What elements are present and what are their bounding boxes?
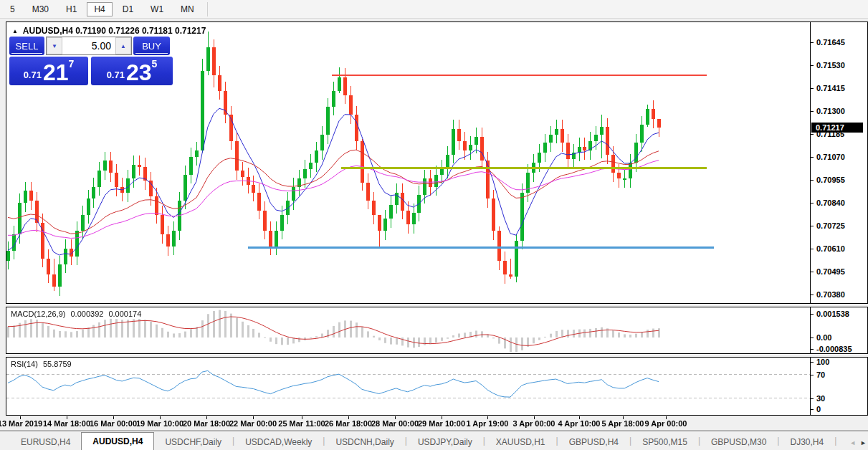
price-tick-mark bbox=[811, 65, 814, 66]
price-axis[interactable]: 0.716450.715300.714150.713000.711850.710… bbox=[810, 22, 867, 303]
spinner-up-icon: ▲ bbox=[120, 43, 126, 49]
chart-tab-audusd-h4[interactable]: AUDUSD,H4 bbox=[81, 432, 154, 450]
price-tick-label: 0.71645 bbox=[816, 38, 845, 47]
price-tick-mark bbox=[811, 157, 814, 158]
time-axis-label: 14 Mar 18:00 bbox=[43, 419, 90, 428]
price-chart-panel: ▲ AUDUSD,H4 0.71190 0.71226 0.71181 0.71… bbox=[6, 21, 868, 304]
macd-tick-label: -0.000835 bbox=[816, 345, 852, 353]
price-tick-mark bbox=[811, 111, 814, 112]
rsi-axis: 10070300 bbox=[810, 358, 867, 415]
sell-button[interactable]: SELL bbox=[9, 37, 44, 55]
timeframe-button-h4[interactable]: H4 bbox=[87, 2, 112, 16]
rsi-tick-mark bbox=[811, 409, 814, 410]
time-axis-label: 13 Mar 2019 bbox=[0, 419, 42, 428]
collapse-arrow-icon[interactable]: ▲ bbox=[12, 28, 18, 34]
macd-tick-mark bbox=[811, 314, 814, 315]
buy-price-pipette: 5 bbox=[152, 58, 158, 70]
timeframe-button-5[interactable]: 5 bbox=[3, 2, 22, 16]
chart-symbol-label: AUDUSD,H4 bbox=[23, 26, 73, 36]
rsi-tick-label: 30 bbox=[816, 394, 825, 403]
rsi-label: RSI(14) 55.8759 bbox=[11, 360, 75, 368]
price-tick-label: 0.71415 bbox=[816, 84, 845, 92]
time-axis-label: 3 Apr 00:00 bbox=[513, 419, 555, 428]
chart-tab-tech100-h1[interactable]: TECH100,H1 bbox=[836, 434, 846, 450]
sell-price-big: 21 bbox=[43, 62, 69, 83]
chart-tab-usdjpy-daily[interactable]: USDJPY,Daily bbox=[407, 434, 483, 450]
time-axis-label: 5 Apr 18:00 bbox=[602, 419, 644, 428]
price-tick-mark bbox=[811, 42, 814, 43]
macd-tick-mark bbox=[811, 338, 814, 338]
rsi-tick-mark bbox=[811, 362, 814, 363]
current-price-badge: 0.71217 bbox=[811, 123, 863, 133]
chart-tab-gbpusd-h4[interactable]: GBPUSD,H4 bbox=[558, 434, 629, 450]
macd-label: MACD(12,26,9) 0.000392 0.000174 bbox=[11, 310, 144, 318]
price-tick-label: 0.71070 bbox=[816, 153, 845, 161]
macd-signal-value: 0.000174 bbox=[108, 310, 141, 318]
chart-tab-usdcnh-daily[interactable]: USDCNH,Daily bbox=[325, 434, 404, 450]
macd-name: MACD(12,26,9) bbox=[11, 310, 65, 318]
time-axis-label: 4 Apr 10:00 bbox=[558, 419, 601, 428]
sell-price-button[interactable]: 0.71 21 7 bbox=[9, 57, 88, 85]
chart-tabs: EURUSD,H4AUDUSD,H4USDCHF,Daily|USDCAD,We… bbox=[0, 431, 846, 450]
macd-main-value: 0.000392 bbox=[70, 310, 103, 318]
volume-input[interactable] bbox=[62, 37, 115, 54]
timeframe-button-mn[interactable]: MN bbox=[173, 2, 201, 16]
price-tick-label: 0.71300 bbox=[816, 107, 845, 115]
price-tick-mark bbox=[811, 295, 814, 295]
chart-tab-usdchf-daily[interactable]: USDCHF,Daily bbox=[154, 434, 232, 450]
chart-tab-usdcad-weekly[interactable]: USDCAD,Weekly bbox=[234, 434, 323, 450]
chart-tab-eurusd-h4[interactable]: EURUSD,H4 bbox=[10, 434, 81, 450]
rsi-tick-mark bbox=[811, 398, 814, 399]
macd-tick-mark bbox=[811, 349, 814, 350]
chart-tab-gbpusd-m30[interactable]: GBPUSD,M30 bbox=[700, 434, 777, 450]
timeframe-toolbar: 5M30H1H4D1W1MN bbox=[0, 0, 868, 19]
buy-price-prefix: 0.71 bbox=[107, 70, 125, 80]
time-axis-label: 29 Mar 10:00 bbox=[418, 419, 465, 428]
buy-button[interactable]: BUY bbox=[133, 37, 170, 55]
rsi-canvas[interactable] bbox=[6, 358, 811, 415]
price-tick-label: 0.70610 bbox=[816, 244, 845, 253]
chart-header: ▲ AUDUSD,H4 0.71190 0.71226 0.71181 0.71… bbox=[12, 26, 206, 36]
buy-price-button[interactable]: 0.71 23 5 bbox=[91, 57, 173, 85]
price-tick-mark bbox=[811, 134, 814, 135]
time-axis-label: 22 Mar 00:00 bbox=[229, 419, 277, 428]
macd-tick-label: 0.00 bbox=[816, 333, 831, 342]
price-tick-mark bbox=[811, 88, 814, 89]
chart-tab-bar: EURUSD,H4AUDUSD,H4USDCHF,Daily|USDCAD,We… bbox=[0, 431, 868, 450]
tabs-scroll-right-icon[interactable]: ► bbox=[860, 439, 867, 446]
volume-box: ▼ ▲ bbox=[46, 37, 132, 55]
tabs-scroll-left-icon[interactable]: ◄ bbox=[849, 439, 856, 446]
timeframe-button-m30[interactable]: M30 bbox=[25, 2, 56, 16]
price-tick-mark bbox=[811, 180, 814, 181]
volume-decrease-button[interactable]: ▼ bbox=[47, 37, 62, 54]
price-tick-label: 0.70955 bbox=[816, 176, 845, 184]
sell-price-prefix: 0.71 bbox=[24, 70, 42, 80]
chart-tab-sp500-m15[interactable]: SP500,M15 bbox=[631, 434, 698, 450]
rsi-tick-label: 100 bbox=[816, 358, 829, 366]
time-axis-label: 20 Mar 18:00 bbox=[183, 419, 230, 428]
macd-panel: MACD(12,26,9) 0.000392 0.000174 0.001538… bbox=[6, 307, 868, 354]
timeframe-button-w1[interactable]: W1 bbox=[143, 2, 171, 16]
time-axis-label: 19 Mar 10:00 bbox=[136, 419, 183, 428]
price-tick-label: 0.70840 bbox=[816, 198, 845, 207]
one-click-trading-panel: SELL ▼ ▲ BUY 0.71 21 7 0.71 23 5 bbox=[9, 37, 173, 85]
price-tick-mark bbox=[811, 203, 814, 204]
price-tick-mark bbox=[811, 272, 814, 272]
timeframe-button-h1[interactable]: H1 bbox=[59, 2, 84, 16]
price-tick-label: 0.70725 bbox=[816, 221, 845, 230]
time-axis[interactable]: 13 Mar 201914 Mar 18:0016 Mar 00:0019 Ma… bbox=[0, 416, 868, 431]
rsi-name: RSI(14) bbox=[11, 360, 38, 368]
rsi-panel: RSI(14) 55.8759 10070300 bbox=[6, 357, 868, 416]
timeframe-button-d1[interactable]: D1 bbox=[115, 2, 140, 16]
spinner-down-icon: ▼ bbox=[52, 43, 57, 49]
price-tick-mark bbox=[811, 226, 814, 226]
macd-axis: 0.0015380.00-0.000835 bbox=[810, 307, 867, 353]
sell-price-pipette: 7 bbox=[69, 58, 75, 70]
volume-increase-button[interactable]: ▲ bbox=[115, 37, 131, 54]
chart-tab-xauusd-h1[interactable]: XAUUSD,H1 bbox=[485, 434, 556, 450]
rsi-tick-label: 0 bbox=[816, 405, 821, 413]
price-tick-label: 0.70495 bbox=[816, 267, 845, 276]
time-axis-label: 16 Mar 00:00 bbox=[90, 419, 137, 428]
chart-tab-dj30-h4[interactable]: DJ30,H4 bbox=[779, 434, 834, 450]
buy-price-big: 23 bbox=[126, 62, 152, 83]
